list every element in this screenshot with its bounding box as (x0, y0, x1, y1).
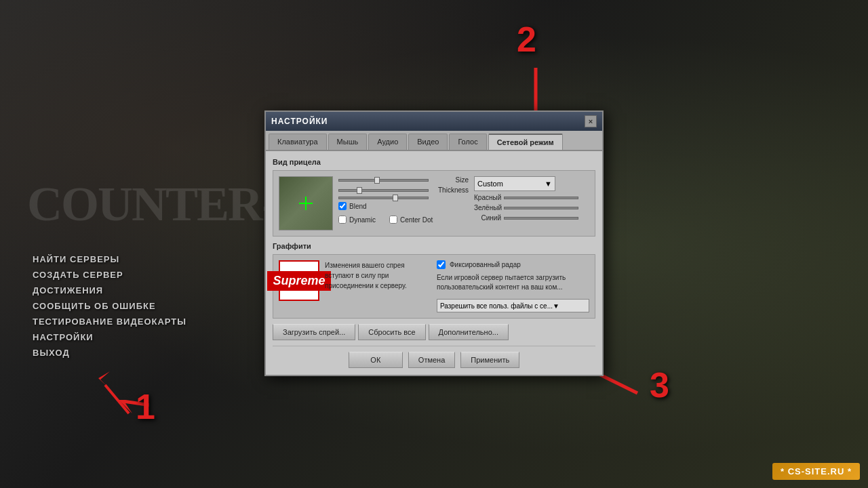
blue-label: Синий (474, 214, 501, 222)
center-dot-checkbox[interactable] (389, 216, 397, 224)
radar-checkbox[interactable] (437, 260, 446, 269)
size-row: Size (338, 176, 469, 184)
red-label: Красный (474, 194, 501, 201)
thickness-slider[interactable] (338, 189, 429, 192)
blend-checkbox[interactable] (338, 202, 347, 210)
server-text: Если игровой сервер пытается загрузить п… (437, 273, 589, 292)
bottom-checkboxes: Dynamic Center Dot (338, 216, 469, 224)
graffiti-section: Supreme Изменения вашего спрея вступают … (273, 254, 595, 319)
load-spray-button[interactable]: Загрузить спрей... (273, 324, 355, 340)
green-row: Зелёный (474, 204, 589, 211)
size-label: Size (431, 176, 469, 184)
dropdown-arrow-icon: ▼ (545, 180, 552, 188)
server-dropdown-value: Разрешить все польз. файлы с се...▼ (440, 302, 559, 310)
green-label: Зелёный (474, 204, 501, 211)
blue-slider[interactable] (504, 217, 578, 220)
green-slider[interactable] (504, 207, 578, 209)
center-dot-label: Center Dot (400, 216, 433, 224)
cancel-button[interactable]: Отмена (408, 352, 455, 368)
dropdown-value: Custom (477, 180, 503, 188)
crosshair-right: Custom ▼ Красный Зелёный Синий (474, 176, 589, 230)
dynamic-label: Dynamic (349, 216, 376, 224)
ok-button[interactable]: ОК (349, 352, 403, 368)
tab-video[interactable]: Видео (408, 134, 448, 150)
reset-all-button[interactable]: Сбросить все (358, 324, 425, 340)
crosshair-lines (279, 177, 332, 230)
dialog-content: Вид прицела Size (266, 151, 602, 375)
tab-audio[interactable]: Аудио (368, 134, 407, 150)
settings-dialog: НАСТРОЙКИ × Клавиатура Мышь Аудио Видео … (264, 110, 604, 376)
graffiti-preview: Supreme (279, 260, 319, 301)
crosshair-controls: Size Thickness Blend (338, 176, 469, 230)
graffiti-section-label: Граффити (273, 242, 595, 250)
menu-item-exit[interactable]: ВЫХОД (33, 348, 186, 358)
close-button[interactable]: × (585, 115, 597, 127)
crosshair-style-dropdown[interactable]: Custom ▼ (474, 176, 555, 191)
center-dot-row: Center Dot (389, 216, 433, 224)
size-slider[interactable] (338, 179, 429, 182)
blend-label: Blend (349, 203, 367, 210)
graffiti-right: Фиксированный радар Если игровой сервер … (437, 260, 589, 312)
thickness-label: Thickness (431, 186, 469, 194)
blend-row (338, 197, 469, 199)
size-thumb[interactable] (374, 177, 380, 184)
dropdown-row: Custom ▼ (474, 176, 589, 191)
radar-row: Фиксированный радар (437, 260, 589, 269)
thickness-row: Thickness (338, 186, 469, 194)
tab-voice[interactable]: Голос (449, 134, 486, 150)
menu-item-report-bug[interactable]: СООБЩИТЬ ОБ ОШИБКЕ (33, 301, 186, 311)
menu-item-create-server[interactable]: СОЗДАТЬ СЕРВЕР (33, 270, 186, 280)
menu-item-achievements[interactable]: ДОСТИЖЕНИЯ (33, 285, 186, 296)
apply-button[interactable]: Применить (460, 352, 519, 368)
tab-mouse[interactable]: Мышь (328, 134, 368, 150)
action-buttons: Загрузить спрей... Сбросить все Дополнит… (273, 324, 595, 340)
crosshair-section: Size Thickness Blend (273, 170, 595, 237)
graffiti-content: Supreme Изменения вашего спрея вступают … (279, 260, 589, 312)
tab-bar: Клавиатура Мышь Аудио Видео Голос Сетево… (266, 131, 602, 151)
radar-label: Фиксированный радар (450, 261, 521, 268)
crosshair-preview (279, 176, 333, 230)
dynamic-row: Dynamic (338, 216, 376, 224)
dynamic-checkbox[interactable] (338, 216, 347, 224)
crosshair-section-label: Вид прицела (273, 158, 595, 166)
graffiti-info: Изменения вашего спрея вступают в силу п… (325, 260, 431, 312)
main-menu: НАЙТИ СЕРВЕРЫ СОЗДАТЬ СЕРВЕР ДОСТИЖЕНИЯ … (33, 254, 186, 358)
crosshair-vertical (305, 197, 307, 210)
blend-slider[interactable] (338, 197, 429, 199)
tab-network[interactable]: Сетевой режим (488, 134, 563, 150)
watermark: * CS-SITE.RU * (772, 463, 860, 480)
confirm-buttons: ОК Отмена Применить (273, 346, 595, 368)
menu-item-benchmark[interactable]: ТЕСТИРОВАНИЕ ВИДЕОКАРТЫ (33, 317, 186, 327)
red-slider[interactable] (504, 197, 578, 199)
blend-checkbox-row: Blend (338, 202, 469, 210)
menu-item-settings[interactable]: НАСТРОЙКИ (33, 332, 186, 342)
dialog-titlebar[interactable]: НАСТРОЙКИ × (266, 112, 602, 131)
dialog-title: НАСТРОЙКИ (271, 117, 328, 126)
blend-thumb[interactable] (393, 195, 398, 201)
blue-row: Синий (474, 214, 589, 222)
graffiti-left: Supreme Изменения вашего спрея вступают … (279, 260, 431, 312)
advanced-button[interactable]: Дополнительно... (429, 324, 509, 340)
red-row: Красный (474, 194, 589, 201)
server-dropdown[interactable]: Разрешить все польз. файлы с се...▼ (437, 299, 589, 312)
menu-item-find-servers[interactable]: НАЙТИ СЕРВЕРЫ (33, 254, 186, 264)
tab-keyboard[interactable]: Клавиатура (269, 134, 327, 150)
spray-label: Supreme (267, 271, 330, 291)
thickness-thumb[interactable] (357, 187, 362, 194)
